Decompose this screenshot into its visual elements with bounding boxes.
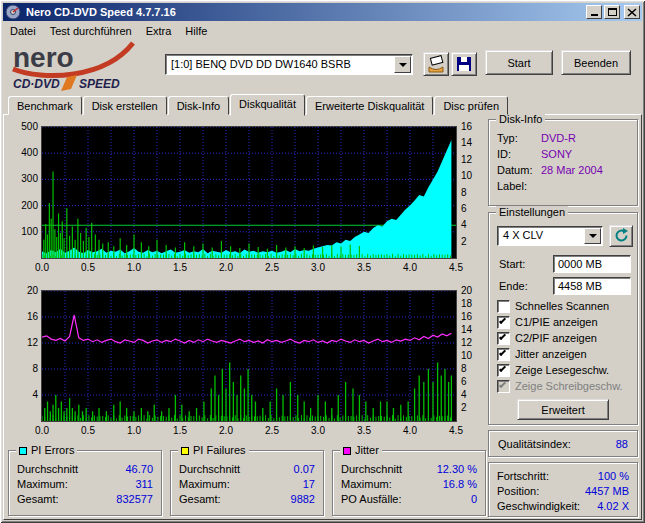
speed-row: Geschwindigkeit: 4.02 X <box>489 498 637 513</box>
nero-logo: nero CD·DVD SPEED <box>9 39 164 92</box>
menu-datei[interactable]: Datei <box>3 23 43 39</box>
floppy-icon <box>456 56 472 72</box>
refresh-icon <box>614 228 629 243</box>
stat-row: Maximum:17 <box>171 476 323 491</box>
menu-test-durchfuehren[interactable]: Test durchführen <box>43 23 139 39</box>
hand-disc-icon <box>426 55 446 73</box>
pif-jitter-chart <box>41 290 457 422</box>
checkbox-schreibgeschw: Zeige Schreibgeschw. <box>497 379 623 393</box>
disk-type-value: DVD-R <box>541 132 576 144</box>
start-position-label: Start: <box>499 258 525 270</box>
speed-value: 4.02 X <box>597 500 629 512</box>
pi-errors-chart <box>41 126 457 259</box>
save-results-button[interactable] <box>451 52 477 76</box>
checkbox-box <box>497 348 510 361</box>
speed-select[interactable]: 4 X CLV <box>497 226 603 246</box>
logo-speed-text: SPEED <box>79 77 120 91</box>
checkbox-box <box>497 380 510 393</box>
drive-select[interactable]: [1:0] BENQ DVD DD DW1640 BSRB <box>165 54 413 75</box>
title-bar[interactable]: Nero CD-DVD Speed 4.7.7.16 <box>3 3 642 21</box>
check-icon <box>499 348 506 355</box>
maximize-button[interactable] <box>604 5 620 19</box>
speed-select-arrow-button[interactable] <box>584 228 601 244</box>
disk-date-value: 28 Mar 2004 <box>541 164 603 176</box>
settings-panel: Einstellungen 4 X CLV Start: 0000 MB End… <box>488 212 638 425</box>
tab-strip: Benchmark Disk erstellen Disk-Info Diskq… <box>8 93 509 115</box>
checkbox-box <box>497 332 510 345</box>
start-button[interactable]: Start <box>485 50 553 75</box>
pi-errors-panel: PI Errors Durchschnitt46.70 Maximum:311 … <box>8 450 162 516</box>
speed-select-value: 4 X CLV <box>503 229 543 241</box>
stat-row: Gesamt:9882 <box>171 491 323 506</box>
close-icon <box>627 8 637 17</box>
quality-index-label: Qualitätsindex: <box>498 438 571 450</box>
chevron-down-icon <box>589 234 597 242</box>
menu-hilfe[interactable]: Hilfe <box>178 23 214 39</box>
checkbox-lesegeschw[interactable]: Zeige Lesegeschw. <box>497 363 609 377</box>
check-icon <box>499 316 506 323</box>
advanced-button[interactable]: Erweitert <box>517 399 609 420</box>
settings-title: Einstellungen <box>496 206 568 218</box>
close-button[interactable] <box>624 5 640 19</box>
tab-benchmark[interactable]: Benchmark <box>8 96 82 115</box>
position-value: 4457 MB <box>585 485 629 497</box>
app-icon <box>5 4 21 20</box>
minimize-button[interactable] <box>586 5 602 19</box>
disk-date-row: Datum: 28 Mar 2004 <box>489 162 637 178</box>
check-icon <box>499 364 506 371</box>
checkbox-schnelles-scannen[interactable]: Schnelles Scannen <box>497 299 609 313</box>
menu-extra[interactable]: Extra <box>139 23 179 39</box>
chevron-down-icon <box>399 63 407 71</box>
tab-disc-pruefen[interactable]: Disc prüfen <box>434 96 508 115</box>
check-icon <box>499 332 506 339</box>
toolbar: nero CD·DVD SPEED [1:0] BENQ DVD DD DW16… <box>3 39 642 93</box>
checkbox-box <box>497 300 510 313</box>
checkbox-c2-pif[interactable]: C2/PIF anzeigen <box>497 331 597 345</box>
app-window: Nero CD-DVD Speed 4.7.7.16 Datei Test du… <box>0 0 645 523</box>
menu-bar: Datei Test durchführen Extra Hilfe <box>3 22 642 39</box>
disk-info-panel: Disk-Info Typ: DVD-R ID: SONY Datum: 28 … <box>488 119 638 206</box>
jitter-legend-swatch <box>343 447 351 455</box>
minimize-icon <box>591 8 598 16</box>
maximize-icon <box>608 8 617 16</box>
stat-row: Maximum:311 <box>9 476 161 491</box>
jitter-panel: Jitter Durchschnitt12.30 % Maximum:16.8 … <box>332 450 486 516</box>
checkbox-jitter[interactable]: Jitter anzeigen <box>497 347 587 361</box>
pi-failures-panel-title: PI Failures <box>178 444 249 456</box>
pi-errors-panel-title: PI Errors <box>16 444 77 456</box>
refresh-speed-button[interactable] <box>609 225 633 247</box>
check-icon <box>499 380 506 387</box>
stat-row: Gesamt:832577 <box>9 491 161 506</box>
end-position-label: Ende: <box>499 280 528 292</box>
end-position-field[interactable]: 4458 MB <box>553 277 631 295</box>
disk-label-row: Label: <box>489 178 637 194</box>
quit-button[interactable]: Beenden <box>561 50 631 75</box>
progress-value: 100 % <box>598 470 629 482</box>
window-title: Nero CD-DVD Speed 4.7.7.16 <box>23 6 584 18</box>
drive-select-value: [1:0] BENQ DVD DD DW1640 BSRB <box>171 58 351 70</box>
start-position-field[interactable]: 0000 MB <box>553 255 631 273</box>
tab-erweiterte-diskqualitaet[interactable]: Erweiterte Diskqualität <box>306 96 433 115</box>
checkbox-box <box>497 316 510 329</box>
jitter-panel-title: Jitter <box>340 444 382 456</box>
progress-row: Fortschritt: 100 % <box>489 468 637 483</box>
position-row: Position: 4457 MB <box>489 483 637 498</box>
stat-row: Maximum:16.8 % <box>333 476 485 491</box>
stat-row: Durchschnitt46.70 <box>9 461 161 476</box>
logo-cddvd-text: CD·DVD <box>13 77 60 91</box>
tab-disk-info[interactable]: Disk-Info <box>168 96 229 115</box>
disk-id-row: ID: SONY <box>489 146 637 162</box>
disk-type-row: Typ: DVD-R <box>489 130 637 146</box>
checkbox-c1-pie[interactable]: C1/PIE anzeigen <box>497 315 598 329</box>
checkbox-box <box>497 364 510 377</box>
tab-diskqualitaet[interactable]: Diskqualität <box>230 94 305 116</box>
eject-disc-button[interactable] <box>423 52 449 76</box>
tab-disk-erstellen[interactable]: Disk erstellen <box>83 96 167 115</box>
nero-logo-text: nero <box>13 42 74 73</box>
stat-row: Durchschnitt0.07 <box>171 461 323 476</box>
quality-index-value: 88 <box>616 438 628 450</box>
drive-select-arrow-button[interactable] <box>394 56 411 73</box>
stat-row: Durchschnitt12.30 % <box>333 461 485 476</box>
pie-legend-swatch <box>19 447 27 455</box>
progress-panel: Fortschritt: 100 % Position: 4457 MB Ges… <box>488 462 638 517</box>
